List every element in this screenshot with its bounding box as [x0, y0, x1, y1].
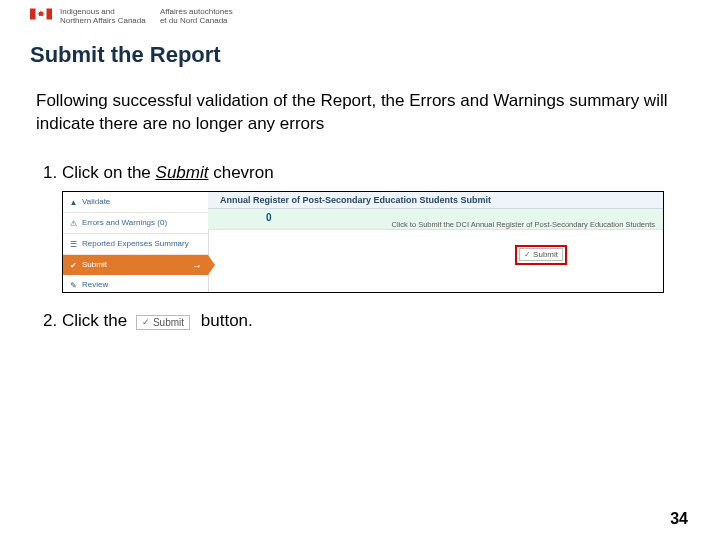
shot-main-title: Annual Register of Post-Secondary Educat…: [208, 192, 663, 209]
canada-flag-icon: [30, 8, 52, 20]
shot-submit-button[interactable]: ✓Submit: [519, 248, 563, 261]
page-number: 34: [670, 510, 688, 528]
shot-sidebar: ▲Validate ⚠Errors and Warnings (0) ☰Repo…: [63, 192, 209, 292]
sidebar-item-validate[interactable]: ▲Validate: [63, 192, 208, 213]
warning-icon: ⚠: [69, 219, 78, 228]
sidebar-item-expenses[interactable]: ☰Reported Expenses Summary: [63, 234, 208, 255]
step-1: Click on the Submit chevron ▲Validate ⚠E…: [62, 163, 690, 293]
steps-list: Click on the Submit chevron ▲Validate ⚠E…: [36, 163, 690, 331]
sidebar-item-review[interactable]: ✎Review: [63, 275, 208, 293]
submit-word: Submit: [156, 163, 209, 182]
page-title: Submit the Report: [30, 42, 690, 68]
review-icon: ✎: [69, 281, 78, 290]
inline-submit-button: ✓Submit: [136, 315, 190, 330]
shot-zero: 0: [266, 212, 272, 223]
check-icon: ✓: [142, 317, 150, 327]
doc-icon: ☰: [69, 240, 78, 249]
gov-header: Indigenous andNorthern Affairs Canada Af…: [30, 8, 690, 26]
department-name: Indigenous andNorthern Affairs Canada Af…: [60, 8, 245, 26]
svg-rect-1: [30, 9, 36, 20]
chevron-right-icon: →: [188, 260, 202, 271]
shot-instruction: Click to Submit the DCI Annual Register …: [392, 220, 655, 229]
intro-text: Following successful validation of the R…: [36, 90, 676, 136]
sidebar-item-errors[interactable]: ⚠Errors and Warnings (0): [63, 213, 208, 234]
screenshot-1: ▲Validate ⚠Errors and Warnings (0) ☰Repo…: [62, 191, 664, 293]
caution-icon: ▲: [69, 198, 78, 207]
svg-rect-2: [47, 9, 53, 20]
check-icon: ✓: [524, 250, 531, 259]
shot-main: Annual Register of Post-Secondary Educat…: [208, 192, 663, 292]
step-2: Click the ✓Submit button.: [62, 311, 690, 331]
check-icon: ✔: [69, 261, 78, 270]
sidebar-item-submit[interactable]: ✔Submit→: [63, 255, 208, 275]
